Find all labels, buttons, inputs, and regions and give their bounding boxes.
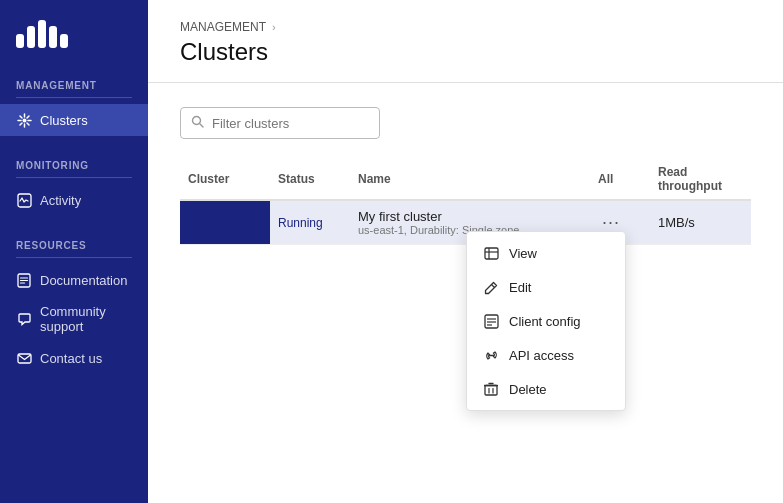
trash-icon <box>483 381 499 397</box>
menu-item-edit[interactable]: Edit <box>467 270 625 304</box>
main-content: MANAGEMENT › Clusters Cluster <box>148 0 783 503</box>
client-config-icon <box>483 313 499 329</box>
breadcrumb-chevron-icon: › <box>272 21 276 33</box>
menu-item-client-config[interactable]: Client config <box>467 304 625 338</box>
breadcrumb-parent: MANAGEMENT <box>180 20 266 34</box>
filter-input[interactable] <box>212 116 369 131</box>
sidebar-item-contact-us[interactable]: Contact us <box>0 342 148 374</box>
status-badge: Running <box>278 216 323 230</box>
sidebar-divider-monitoring <box>16 177 132 178</box>
view-icon <box>483 245 499 261</box>
cell-cluster-indicator <box>180 200 270 245</box>
col-header-cluster: Cluster <box>180 159 270 200</box>
sidebar-divider-resources <box>16 257 132 258</box>
menu-item-client-config-label: Client config <box>509 314 581 329</box>
svg-point-7 <box>193 117 201 125</box>
sidebar-section-resources: RESOURCES <box>0 232 148 255</box>
col-header-read-throughput: Read throughput <box>650 159 751 200</box>
community-support-icon <box>16 311 32 327</box>
logo-icon <box>16 20 68 48</box>
sidebar-item-community-support-label: Community support <box>40 304 132 334</box>
filter-bar[interactable] <box>180 107 380 139</box>
sidebar-item-documentation-label: Documentation <box>40 273 127 288</box>
sidebar-section-monitoring: MONITORING <box>0 152 148 175</box>
menu-item-edit-label: Edit <box>509 280 531 295</box>
documentation-icon <box>16 272 32 288</box>
svg-line-8 <box>200 124 203 127</box>
svg-rect-9 <box>485 248 498 259</box>
cluster-icon <box>16 112 32 128</box>
context-menu: View Edit <box>466 231 626 411</box>
row-actions-button[interactable]: ··· <box>598 212 624 233</box>
sidebar-item-community-support[interactable]: Community support <box>0 296 148 342</box>
sidebar-item-contact-us-label: Contact us <box>40 351 102 366</box>
menu-item-delete[interactable]: Delete <box>467 372 625 406</box>
cell-status: Running <box>270 200 350 245</box>
sidebar-item-documentation[interactable]: Documentation <box>0 264 148 296</box>
col-header-all: All <box>590 159 650 200</box>
page-header: MANAGEMENT › Clusters <box>148 0 783 83</box>
breadcrumb: MANAGEMENT › <box>180 20 751 34</box>
svg-rect-18 <box>485 385 497 395</box>
activity-icon <box>16 192 32 208</box>
contact-us-icon <box>16 350 32 366</box>
sidebar-section-management: MANAGEMENT <box>0 72 148 95</box>
menu-item-view-label: View <box>509 246 537 261</box>
sidebar-item-activity[interactable]: Activity <box>0 184 148 216</box>
logo <box>0 0 148 72</box>
menu-item-api-access-label: API access <box>509 348 574 363</box>
page-title: Clusters <box>180 38 751 66</box>
api-access-icon <box>483 347 499 363</box>
edit-icon <box>483 279 499 295</box>
col-header-name: Name <box>350 159 590 200</box>
sidebar-item-activity-label: Activity <box>40 193 81 208</box>
menu-item-delete-label: Delete <box>509 382 547 397</box>
table-header-row: Cluster Status Name All Read throughput <box>180 159 751 200</box>
search-icon <box>191 114 204 132</box>
cluster-name: My first cluster <box>358 209 582 224</box>
svg-line-12 <box>491 284 494 287</box>
svg-point-0 <box>22 118 26 122</box>
menu-item-api-access[interactable]: API access <box>467 338 625 372</box>
sidebar-item-clusters-label: Clusters <box>40 113 88 128</box>
sidebar-divider-management <box>16 97 132 98</box>
content-area: Cluster Status Name All Read throughput <box>148 83 783 503</box>
col-header-status: Status <box>270 159 350 200</box>
sidebar: MANAGEMENT Clusters MONITORING Activity … <box>0 0 148 503</box>
sidebar-item-clusters[interactable]: Clusters <box>0 104 148 136</box>
menu-item-view[interactable]: View <box>467 236 625 270</box>
cell-read-throughput: 1MB/s <box>650 200 751 245</box>
